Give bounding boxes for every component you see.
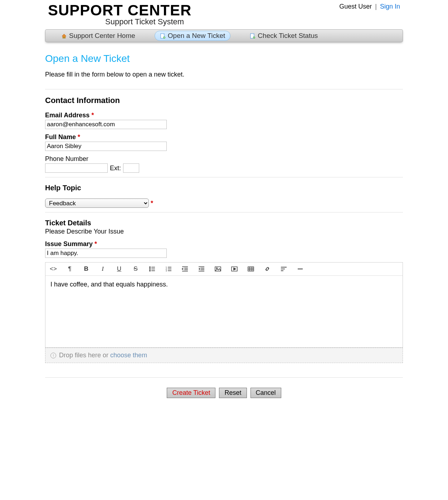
page-instructions: Please fill in the form below to open a … [45,71,403,78]
svg-point-5 [150,267,150,268]
nav-check-status-label: Check Ticket Status [258,32,318,40]
file-dropzone[interactable]: ↑ Drop files here or choose them [45,348,403,363]
nav-check-status[interactable]: Check Ticket Status [245,31,323,40]
help-topic-title: Help Topic [45,184,403,192]
align-icon[interactable] [280,265,287,273]
upload-icon: ↑ [50,353,56,358]
svg-point-7 [150,269,150,269]
create-ticket-button[interactable]: Create Ticket [167,388,215,398]
required-mark: * [78,133,80,141]
indent-icon[interactable] [198,265,205,273]
choose-files-link[interactable]: choose them [110,352,147,359]
required-mark: * [91,112,94,119]
italic-icon[interactable]: I [99,265,106,273]
summary-label: Issue Summary * [45,240,403,248]
divider [45,212,403,212]
header: SUPPORT CENTER Support Ticket System Gue… [45,3,403,29]
editor-toolbar: <> ¶ B I U S 123 [45,263,403,276]
divider [45,177,403,177]
ext-label: Ext: [110,165,121,172]
svg-point-9 [150,270,150,271]
nav-open-ticket-label: Open a New Ticket [168,32,225,40]
guest-user-label: Guest User [339,3,372,10]
divider [45,89,403,89]
hr-icon[interactable] [297,265,304,273]
nav-open-ticket[interactable]: Open a New Ticket [155,31,231,41]
bold-icon[interactable]: B [83,265,90,273]
user-area: Guest User | Sign In [339,3,400,10]
home-icon [61,33,67,39]
svg-rect-28 [248,267,254,271]
nav-home[interactable]: Support Center Home [56,31,140,40]
phone-label: Phone Number [45,155,403,163]
rich-text-editor: <> ¶ B I U S 123 [45,262,403,348]
ext-field[interactable] [123,163,139,173]
navbar: Support Center Home Open a New Ticket Ch… [45,29,403,42]
svg-rect-0 [64,37,64,38]
nav-home-label: Support Center Home [69,32,135,40]
email-field[interactable] [45,120,167,129]
sign-in-link[interactable]: Sign In [380,3,400,10]
video-icon[interactable] [231,265,238,273]
ticket-details-subtitle: Please Describe Your Issue [45,228,403,235]
image-icon[interactable] [214,265,221,273]
dropzone-text: Drop files here or [59,352,110,359]
new-ticket-icon [160,33,166,39]
strike-icon[interactable]: S [132,265,139,273]
unordered-list-icon[interactable] [148,265,156,273]
divider [45,377,403,378]
phone-field[interactable] [45,163,108,173]
link-icon[interactable] [264,265,271,273]
help-topic-select[interactable]: Feedback [45,198,149,208]
name-label: Full Name * [45,133,403,141]
form-actions: Create Ticket Reset Cancel [45,388,403,398]
editor-body[interactable]: I have coffee, and that equals happiness… [45,276,403,347]
reset-button[interactable]: Reset [219,388,247,398]
svg-point-26 [216,268,218,269]
logo-subtitle: Support Ticket System [105,17,400,26]
separator-icon: | [374,3,378,10]
page-title: Open a New Ticket [45,53,403,64]
paragraph-icon[interactable]: ¶ [66,265,73,273]
name-field[interactable] [45,142,167,151]
cancel-button[interactable]: Cancel [250,388,281,398]
html-icon[interactable]: <> [50,265,57,273]
required-mark: * [94,240,97,247]
outdent-icon[interactable] [181,265,189,273]
svg-text:3: 3 [166,270,167,272]
email-label: Email Address * [45,112,403,119]
contact-section-title: Contact Information [45,96,403,105]
check-status-icon [250,33,255,39]
summary-field[interactable] [45,249,167,258]
underline-icon[interactable]: U [116,265,123,273]
required-mark: * [151,200,153,207]
table-icon[interactable] [247,265,254,273]
ordered-list-icon[interactable]: 123 [165,265,172,273]
ticket-details-title: Ticket Details [45,219,403,227]
